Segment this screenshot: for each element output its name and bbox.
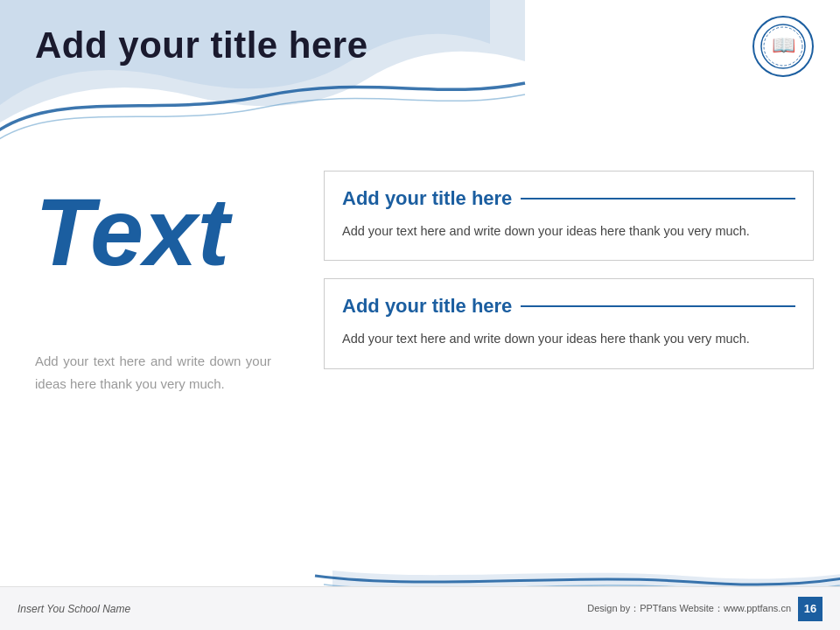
book-icon: 📖 bbox=[760, 24, 806, 69]
right-content-area: Add your title here Add your text here a… bbox=[324, 171, 814, 369]
svg-text:📖: 📖 bbox=[772, 33, 796, 57]
box1-title: Add your title here bbox=[342, 187, 512, 210]
content-box-1: Add your title here Add your text here a… bbox=[324, 171, 814, 261]
content-box-2: Add your title here Add your text here a… bbox=[324, 278, 814, 368]
slide: Add your title here 📖 Text Add your text… bbox=[0, 0, 840, 630]
footer-design-credit: Design by：PPTfans Website：www.pptfans.cn bbox=[587, 602, 791, 615]
slide-title: Add your title here bbox=[35, 24, 368, 66]
box2-title-line bbox=[521, 305, 795, 307]
box1-body: Add your text here and write down your i… bbox=[342, 220, 795, 242]
big-text-highlight: Text bbox=[35, 184, 229, 280]
box2-title-row: Add your title here bbox=[342, 295, 795, 318]
logo-circle: 📖 bbox=[752, 16, 814, 77]
footer-page-number: 16 bbox=[798, 597, 822, 621]
box1-title-line bbox=[521, 198, 795, 200]
footer-school-name: Insert You School Name bbox=[18, 603, 130, 615]
logo-container: 📖 bbox=[752, 16, 814, 77]
top-swoosh-decoration bbox=[0, 0, 840, 149]
box2-title: Add your title here bbox=[342, 295, 512, 318]
footer: Insert You School Name Design by：PPTfans… bbox=[0, 586, 840, 630]
left-body-text: Add your text here and write down your i… bbox=[35, 350, 271, 395]
footer-right: Design by：PPTfans Website：www.pptfans.cn… bbox=[587, 597, 822, 621]
box1-title-row: Add your title here bbox=[342, 187, 795, 210]
box2-body: Add your text here and write down your i… bbox=[342, 328, 795, 350]
